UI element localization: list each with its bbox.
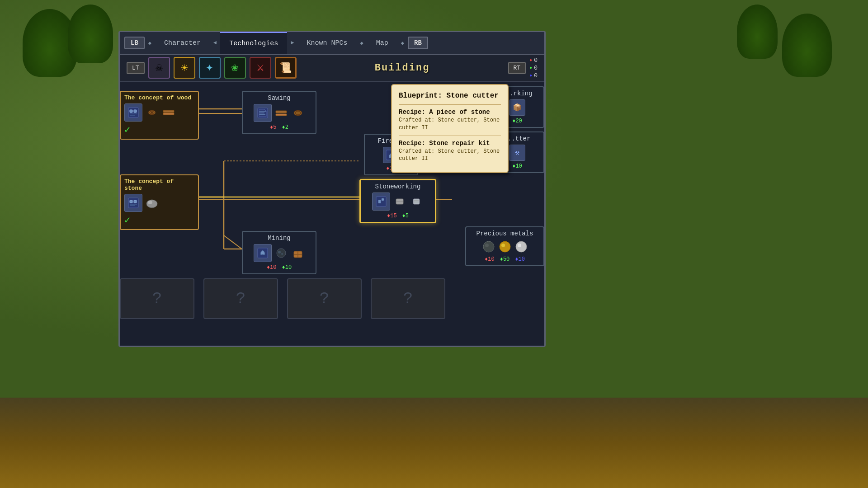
sawing-log-icon [291, 106, 305, 120]
tooltip-divider-1 [399, 104, 501, 105]
stone-cutter-icon: ⚒ [509, 145, 525, 161]
rking-cost: ♦20 [512, 118, 522, 124]
tab-known-npcs[interactable]: Known NPCs [298, 32, 357, 54]
sawing-cost-green: ♦2 [282, 124, 288, 131]
stoneworking-node[interactable]: Stoneworking [359, 179, 436, 223]
rt-button[interactable]: RT [508, 62, 526, 74]
concept-wood-log-icon [145, 105, 159, 120]
lb-button[interactable]: LB [124, 37, 145, 49]
stoneworking-blueprint-icon [372, 192, 390, 211]
svg-rect-24 [134, 200, 137, 203]
svg-rect-29 [376, 197, 386, 206]
stoneworking-costs: ♦15 ♦5 [364, 213, 431, 219]
tab-icon-leaf[interactable]: ❀ [224, 57, 246, 79]
leaf-icon: ❀ [231, 62, 239, 73]
locked-node-2[interactable]: ? [203, 278, 278, 319]
svg-point-44 [483, 241, 494, 252]
svg-rect-18 [276, 114, 287, 116]
locked-node-4[interactable]: ? [371, 278, 445, 319]
tab-icon-book[interactable]: 📜 [275, 57, 297, 79]
svg-point-45 [485, 244, 489, 247]
tab-icon-shield[interactable]: ⚔ [250, 57, 271, 79]
rb-button[interactable]: RB [408, 37, 428, 49]
concept-wood-title: The concept of wood [124, 94, 194, 101]
precious-metals-title: Precious metals [470, 230, 540, 237]
svg-rect-31 [382, 198, 384, 201]
svg-rect-8 [134, 110, 137, 113]
tooltip-recipe2-name: Recipe: Stone repair kit [399, 140, 501, 147]
resource-counters: ♦ 0 ♦ 0 ♦ 0 [529, 57, 538, 79]
concept-stone-blueprint-icon [124, 194, 142, 212]
tab-technologies[interactable]: Technologies [220, 32, 287, 54]
main-ui-panel: LB ◆ Character ◄ Technologies ► Known NP… [118, 31, 546, 347]
locked-node-3[interactable]: ? [287, 278, 362, 319]
red-icon: ♦ [529, 58, 532, 63]
concept-wood-node[interactable]: The concept of wood [120, 91, 199, 140]
stoneworking-stone-icon [392, 194, 407, 209]
concept-wood-check: ✓ [124, 124, 194, 136]
mining-blueprint-icon [254, 244, 272, 262]
tab-icon-skull[interactable]: ☠ [148, 57, 170, 79]
shield-icon: ⚔ [256, 62, 264, 73]
precious-metals-costs: ♦10 ♦50 ♦10 [470, 256, 540, 263]
tab-icons-row: LT ☠ ☀ ✦ ❀ ⚔ 📜 Building RT ♦ 0 ♦ [120, 55, 544, 82]
stoneworking-chisel-icon [409, 194, 424, 209]
svg-point-27 [146, 200, 157, 208]
nav-diamond-5: ◆ [401, 40, 404, 47]
nav-diamond-4: ◆ [360, 40, 363, 47]
precious-metals-cost-blue: ♦10 [515, 256, 525, 263]
nav-diamond-1: ◆ [148, 40, 151, 47]
sawing-node[interactable]: Sawing [242, 91, 316, 134]
concept-wood-blueprint-icon [124, 103, 142, 122]
tooltip-recipe2-sub: Crafted at: Stone cutter, Stone cutter I… [399, 148, 501, 163]
concept-wood-icons [124, 103, 194, 122]
resource-green-value: 0 [534, 65, 538, 71]
stoneworking-cost-red: ♦15 [387, 213, 397, 219]
blue-icon: ♦ [529, 73, 532, 78]
resource-red-row: ♦ 0 [529, 57, 538, 64]
tab-map[interactable]: Map [367, 32, 397, 54]
feather-icon: ✦ [206, 62, 213, 73]
green-icon: ♦ [529, 66, 532, 70]
sawing-icons [246, 104, 312, 122]
sawing-cost-red: ♦5 [270, 124, 276, 131]
sawing-costs: ♦5 ♦2 [246, 124, 312, 131]
mining-node[interactable]: Mining [242, 231, 316, 274]
svg-point-48 [516, 241, 527, 252]
ground [0, 398, 868, 488]
lt-button[interactable]: LT [127, 62, 145, 74]
precious-metals-node[interactable]: Precious metals [465, 226, 544, 266]
content-area: The concept of wood [120, 82, 544, 345]
svg-rect-34 [413, 199, 420, 204]
mining-ore-icon [274, 246, 288, 260]
tooltip-divider-2 [399, 136, 501, 136]
svg-point-46 [500, 241, 510, 252]
tooltip-recipe1-name: Recipe: A piece of stone [399, 108, 501, 116]
mining-cost-red: ♦10 [267, 264, 277, 271]
svg-point-39 [278, 251, 281, 253]
svg-point-47 [501, 244, 505, 247]
mining-cost-green: ♦10 [282, 264, 292, 271]
tab-character[interactable]: Character [155, 32, 210, 54]
nav-bar: LB ◆ Character ◄ Technologies ► Known NP… [120, 32, 544, 55]
mining-icons [246, 244, 312, 262]
nav-diamond-2: ◄ [213, 40, 217, 46]
mining-title: Mining [246, 235, 312, 242]
concept-stone-node[interactable]: The concept of stone [120, 174, 199, 230]
resource-green-row: ♦ 0 [529, 65, 538, 71]
svg-rect-15 [163, 113, 174, 115]
concept-stone-icons [124, 194, 194, 212]
svg-line-4 [224, 235, 242, 249]
book-icon: 📜 [279, 62, 292, 74]
svg-rect-7 [130, 110, 132, 113]
resource-red-value: 0 [534, 57, 538, 64]
tooltip-recipe1-sub: Crafted at: Stone cutter, Stone cutter I… [399, 117, 501, 132]
svg-point-38 [277, 249, 286, 258]
resource-blue-row: ♦ 0 [529, 72, 538, 79]
locked-node-1[interactable]: ? [120, 278, 194, 319]
tab-icon-feather[interactable]: ✦ [199, 57, 221, 79]
bg-tree-4 [737, 5, 778, 59]
tab-icon-sun[interactable]: ☀ [174, 57, 195, 79]
bg-tree-2 [68, 5, 113, 63]
svg-rect-14 [163, 110, 174, 113]
